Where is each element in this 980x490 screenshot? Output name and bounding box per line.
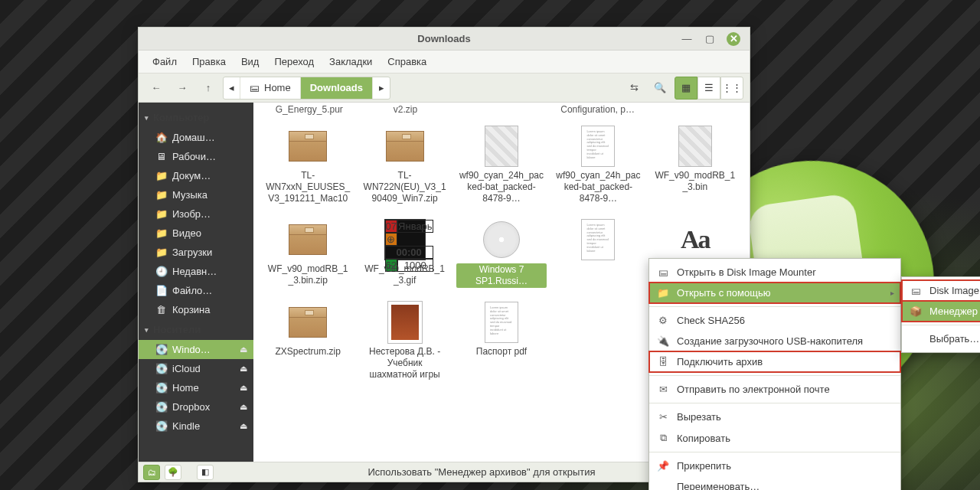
archive-icon: 🗄	[657, 356, 669, 368]
pin-icon: 📌	[657, 460, 669, 472]
titlebar[interactable]: Downloads ― ▢ ✕	[139, 28, 750, 51]
eject-icon[interactable]: ⏏	[240, 383, 247, 393]
file-item[interactable]: ZXSpectrum.zip	[261, 297, 354, 384]
path-home[interactable]: 🖴 Home	[240, 77, 301, 99]
ctx-open-mounter[interactable]: 🖴Открыть в Disk Image Mounter	[649, 262, 900, 283]
file-item[interactable]: wf90_cyan_24h_packed-bat_packed-8478-9…	[455, 121, 548, 208]
file-icon	[381, 124, 429, 168]
forward-button[interactable]: →	[171, 77, 194, 100]
sidebar-section-computer[interactable]: ▾Компьютер	[139, 107, 253, 128]
sidebar-item[interactable]: 💽Windo…⏏	[139, 340, 253, 359]
status-text: Использовать "Менеджер архивов" для откр…	[368, 466, 595, 478]
file-label: TL-WN722N(EU)_V3_190409_Win7.zip	[359, 170, 449, 204]
eject-icon[interactable]: ⏏	[240, 402, 247, 412]
sidebar-item[interactable]: 💽Dropbox⏏	[139, 397, 253, 416]
copy-icon: ⧉	[657, 432, 669, 444]
file-item[interactable]: Lorem ipsum dolor sit amet consectetur a…	[551, 214, 645, 291]
file-item[interactable]: 07Январь⊕00:00621000WF_v90_modRB_1_3.gif	[358, 214, 451, 291]
toggle-location-button[interactable]: ⇆	[622, 77, 645, 100]
drive-icon: 🖴	[657, 266, 669, 278]
sidebar-item-icon: 📁	[155, 227, 166, 239]
path-fwd-icon[interactable]: ▸	[373, 77, 390, 99]
sidebar-places-toggle[interactable]: 🗂	[143, 465, 160, 480]
sub-archive-manager[interactable]: 📦Менеджер архивов	[902, 301, 980, 322]
back-button[interactable]: ←	[145, 77, 168, 100]
sidebar-item[interactable]: 🏠Домаш…	[139, 128, 253, 147]
sub-disk-image-writer[interactable]: 🖴Disk Image Writer	[902, 280, 980, 301]
sidebar-item-icon: 💽	[155, 363, 166, 374]
file-label: Паспорт pdf	[473, 346, 530, 358]
file-item[interactable]: Lorem ipsum dolor sit amet consectetur a…	[551, 121, 645, 208]
ctx-open-with[interactable]: 📁Открыть с помощью▸	[649, 283, 900, 303]
path-current[interactable]: Downloads	[301, 77, 373, 99]
sidebar-item[interactable]: 🖥Рабочи…	[139, 147, 253, 166]
eject-icon[interactable]: ⏏	[240, 421, 247, 431]
sidebar-item-icon: 📄	[155, 285, 166, 296]
ctx-make-usb[interactable]: 🔌Создание загрузочного USB-накопителя	[649, 331, 900, 351]
sidebar-tree-toggle[interactable]: 🌳	[165, 465, 181, 480]
sidebar-item-label: Kindle	[172, 420, 200, 432]
file-item[interactable]: WF_v90_modRB_1_3.bin.zip	[261, 214, 354, 291]
context-menu: 🖴Открыть в Disk Image Mounter 📁Открыть с…	[648, 258, 901, 490]
sidebar-item[interactable]: 📄Файло…	[139, 281, 253, 300]
sidebar-item[interactable]: 💽Home⏏	[139, 378, 253, 397]
file-icon	[381, 300, 429, 345]
sidebar-item-label: Windo…	[172, 344, 211, 355]
view-compact-button[interactable]: ⋮⋮	[720, 77, 743, 100]
sidebar-item-icon: 🗑	[155, 304, 166, 315]
eject-icon[interactable]: ⏏	[240, 364, 247, 374]
up-button[interactable]: ↑	[197, 77, 220, 100]
file-item[interactable]: WF_v90_modRB_1_3.bin	[648, 121, 742, 208]
ctx-check-sha[interactable]: ⚙Check SHA256	[649, 310, 900, 331]
search-button[interactable]: 🔍	[648, 77, 671, 100]
file-item[interactable]: Windows 7 SP1.Russi…	[455, 214, 548, 291]
separator	[649, 403, 900, 403]
file-label: WF_v90_modRB_1_3.gif	[359, 263, 449, 286]
sidebar-item[interactable]: 🕘Недавн…	[139, 262, 253, 281]
ctx-rename[interactable]: Переименовать…	[649, 476, 900, 490]
file-item[interactable]: Нестерова Д.В. - Учебник шахматной игры …	[358, 297, 451, 384]
ctx-pin[interactable]: 📌Прикрепить	[649, 456, 900, 476]
menu-edit[interactable]: Правка	[186, 53, 232, 70]
breadcrumb: ◂ 🖴 Home Downloads ▸	[223, 77, 390, 100]
sidebar-item-icon: 💽	[155, 344, 166, 355]
sidebar-item[interactable]: 📁Загрузки	[139, 243, 253, 262]
menu-help[interactable]: Справка	[381, 53, 433, 70]
view-list-button[interactable]: ☰	[697, 77, 720, 100]
sub-choose[interactable]: Выбрать…	[902, 328, 980, 349]
file-label: WF_v90_modRB_1_3.bin.zip	[263, 263, 353, 286]
file-item[interactable]: Lorem ipsum dolor sit amet consectetur a…	[455, 297, 548, 384]
sidebar-item[interactable]: 💽iCloud⏏	[139, 359, 253, 378]
ctx-copy[interactable]: ⧉Копировать	[649, 427, 900, 449]
sidebar-item[interactable]: 🗑Корзина	[139, 300, 253, 319]
ctx-mount-archive[interactable]: 🗄Подключить архив	[649, 351, 900, 372]
menu-file[interactable]: Файл	[146, 53, 183, 70]
sidebar-section-media[interactable]: ▾Носители	[139, 319, 253, 340]
sidebar-item[interactable]: 📁Музыка	[139, 185, 253, 204]
sidebar-item-icon: 🕘	[155, 266, 166, 277]
file-icon	[284, 217, 332, 262]
menu-go[interactable]: Переход	[268, 53, 320, 70]
sidebar-hide-toggle[interactable]: ◧	[197, 465, 214, 480]
sidebar-item[interactable]: 📁Изобр…	[139, 204, 253, 224]
sidebar-item[interactable]: 📁Докум…	[139, 166, 253, 185]
drive-icon: 🖴	[910, 285, 922, 296]
file-item[interactable]: TL-WN722N(EU)_V3_190409_Win7.zip	[358, 121, 451, 208]
sidebar-item-label: Домаш…	[172, 132, 215, 143]
menu-view[interactable]: Вид	[235, 53, 266, 70]
context-submenu-open-with: 🖴Disk Image Writer 📦Менеджер архивов Выб…	[901, 276, 980, 353]
file-item[interactable]: TL-WN7xxN_EUUSES_V3_191211_Mac10…	[261, 121, 354, 208]
file-label: ZXSpectrum.zip	[273, 346, 344, 358]
ctx-send-mail[interactable]: ✉Отправить по электронной почте	[649, 379, 900, 400]
window-title: Downloads	[139, 33, 750, 44]
sidebar-item[interactable]: 💽Kindle⏏	[139, 416, 253, 436]
sidebar-item[interactable]: 📁Видео	[139, 224, 253, 243]
ctx-cut[interactable]: ✂Вырезать	[649, 407, 900, 427]
path-back-icon[interactable]: ◂	[224, 77, 240, 99]
scissors-icon: ✂	[657, 411, 669, 423]
menu-bookmarks[interactable]: Закладки	[323, 53, 378, 70]
view-icons-button[interactable]: ▦	[675, 77, 697, 100]
eject-icon[interactable]: ⏏	[240, 345, 247, 354]
chevron-right-icon: ▸	[890, 289, 894, 297]
sidebar-item-label: Корзина	[172, 304, 211, 315]
